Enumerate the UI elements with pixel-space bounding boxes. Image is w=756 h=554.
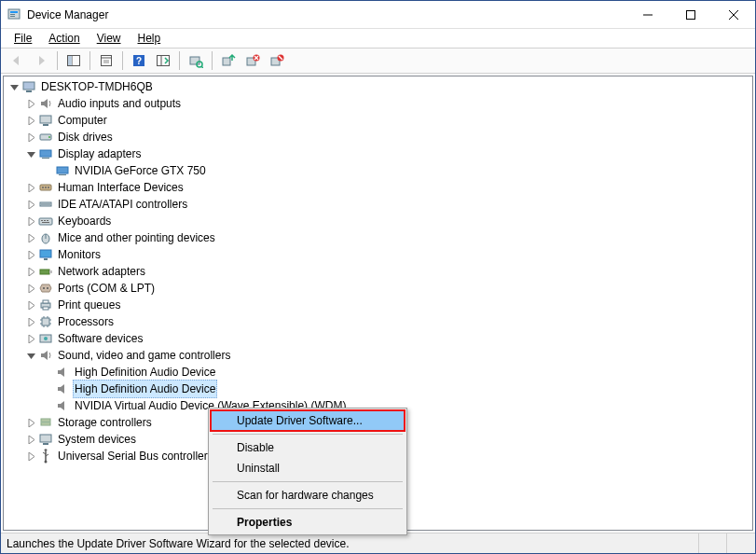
app-icon: [7, 7, 21, 22]
expand-toggle[interactable]: [24, 97, 37, 110]
expand-toggle[interactable]: [24, 265, 37, 278]
svg-rect-46: [41, 220, 43, 221]
menu-item-label: Properties: [237, 516, 292, 529]
expand-toggle[interactable]: [24, 131, 37, 144]
expand-toggle[interactable]: [24, 248, 37, 261]
tree-node-hda2-selected[interactable]: High Definition Audio Device: [4, 381, 752, 397]
display-adapter-icon: [38, 146, 53, 161]
expand-toggle[interactable]: [7, 80, 21, 93]
menu-disable[interactable]: Disable: [211, 437, 405, 458]
node-label: IDE ATA/ATAPI controllers: [56, 196, 189, 213]
expand-toggle[interactable]: [24, 231, 37, 244]
tree-node-ide[interactable]: IDE ATA/ATAPI controllers: [4, 196, 752, 213]
toolbar-show-hide-tree-button[interactable]: [62, 49, 85, 72]
expand-toggle[interactable]: [24, 282, 37, 295]
menu-file[interactable]: File: [7, 31, 39, 46]
speaker-icon: [38, 348, 53, 363]
tree-node-processors[interactable]: Processors: [4, 313, 752, 330]
expand-toggle[interactable]: [24, 416, 37, 429]
tree-node-disk[interactable]: Disk drives: [4, 129, 752, 145]
menu-item-label: Disable: [237, 441, 274, 454]
expand-toggle[interactable]: [24, 198, 37, 211]
svg-point-71: [44, 337, 48, 340]
expand-toggle[interactable]: [24, 315, 37, 328]
toolbar-separator: [122, 51, 123, 70]
expand-toggle[interactable]: [24, 298, 37, 312]
expand-toggle[interactable]: [24, 450, 37, 463]
keyboard-icon: [38, 214, 53, 229]
node-label: Software devices: [56, 330, 144, 347]
expand-toggle[interactable]: [24, 114, 37, 127]
tree-node-mice[interactable]: Mice and other pointing devices: [4, 229, 752, 246]
tree-node-software[interactable]: Software devices: [4, 330, 752, 347]
tree-node-root[interactable]: DESKTOP-TMDH6QB: [4, 78, 752, 95]
node-label: NVIDIA GeForce GTX 750: [73, 162, 208, 179]
menu-item-label: Update Driver Software...: [237, 414, 363, 427]
menu-uninstall[interactable]: Uninstall: [211, 458, 405, 478]
node-label: DESKTOP-TMDH6QB: [39, 78, 155, 95]
svg-rect-48: [47, 220, 48, 221]
toolbar-disable-button[interactable]: [266, 49, 288, 72]
tree-node-hid[interactable]: Human Interface Devices: [4, 179, 752, 196]
minimize-button[interactable]: [626, 1, 669, 29]
expand-toggle[interactable]: [24, 433, 37, 446]
status-cell-empty: [699, 533, 727, 553]
tree-node-monitors[interactable]: Monitors: [4, 246, 752, 263]
tree-node-ports[interactable]: Ports (COM & LPT): [4, 280, 752, 297]
svg-rect-38: [59, 174, 66, 175]
svg-rect-5: [687, 10, 695, 19]
context-menu: Update Driver Software... Disable Uninst…: [208, 408, 407, 535]
tree-node-printq[interactable]: Print queues: [4, 297, 752, 313]
menu-help[interactable]: Help: [131, 31, 169, 46]
menu-item-label: Uninstall: [237, 462, 280, 475]
toolbar: ?: [1, 48, 755, 74]
tree-node-hda1[interactable]: High Definition Audio Device: [4, 364, 752, 381]
menu-update-driver[interactable]: Update Driver Software...: [211, 410, 405, 431]
svg-rect-59: [43, 300, 48, 303]
tree-node-gpu[interactable]: NVIDIA GeForce GTX 750: [4, 162, 752, 179]
toolbar-uninstall-button[interactable]: [241, 49, 264, 72]
close-button[interactable]: [712, 1, 755, 29]
node-label: Computer: [56, 112, 109, 129]
tree-node-keyboards[interactable]: Keyboards: [4, 213, 752, 229]
svg-rect-49: [42, 222, 49, 223]
computer-icon: [21, 79, 36, 94]
tree-node-display[interactable]: Display adapters: [4, 145, 752, 162]
menu-separator: [213, 434, 403, 435]
toolbar-back-button[interactable]: [6, 49, 28, 72]
expand-toggle[interactable]: [24, 332, 37, 345]
speaker-icon: [55, 398, 70, 413]
toolbar-scan-hardware-button[interactable]: [185, 49, 207, 72]
expand-toggle[interactable]: [24, 181, 37, 194]
titlebar: Device Manager: [1, 1, 755, 29]
status-text: Launches the Update Driver Software Wiza…: [1, 533, 699, 553]
svg-text:?: ?: [136, 56, 142, 66]
expand-toggle[interactable]: [24, 215, 37, 228]
svg-point-41: [45, 187, 47, 188]
node-label: Mice and other pointing devices: [56, 229, 217, 246]
toolbar-help-button[interactable]: ?: [128, 49, 150, 72]
printer-icon: [38, 298, 53, 312]
toolbar-properties-button[interactable]: [95, 49, 117, 72]
tree-node-audio-io[interactable]: Audio inputs and outputs: [4, 95, 752, 112]
port-icon: [38, 281, 53, 296]
expand-toggle[interactable]: [24, 349, 37, 362]
svg-rect-61: [42, 318, 49, 325]
tree-node-computer[interactable]: Computer: [4, 112, 752, 129]
tree-node-sound[interactable]: Sound, video and game controllers: [4, 347, 752, 364]
menu-view[interactable]: View: [89, 31, 129, 46]
menu-action[interactable]: Action: [41, 31, 87, 46]
menu-properties[interactable]: Properties: [211, 512, 405, 533]
svg-rect-37: [57, 167, 68, 173]
toolbar-action-button[interactable]: [152, 49, 174, 72]
svg-line-21: [201, 66, 203, 68]
toolbar-update-driver-button[interactable]: [217, 49, 240, 72]
toolbar-forward-button[interactable]: [30, 49, 52, 72]
maximize-button[interactable]: [669, 1, 712, 29]
ide-icon: [38, 197, 53, 212]
node-label: Human Interface Devices: [56, 179, 186, 196]
expand-toggle[interactable]: [24, 147, 37, 160]
menu-scan-hardware[interactable]: Scan for hardware changes: [211, 485, 405, 506]
tree-node-network[interactable]: Network adapters: [4, 263, 752, 280]
svg-point-34: [48, 136, 50, 138]
